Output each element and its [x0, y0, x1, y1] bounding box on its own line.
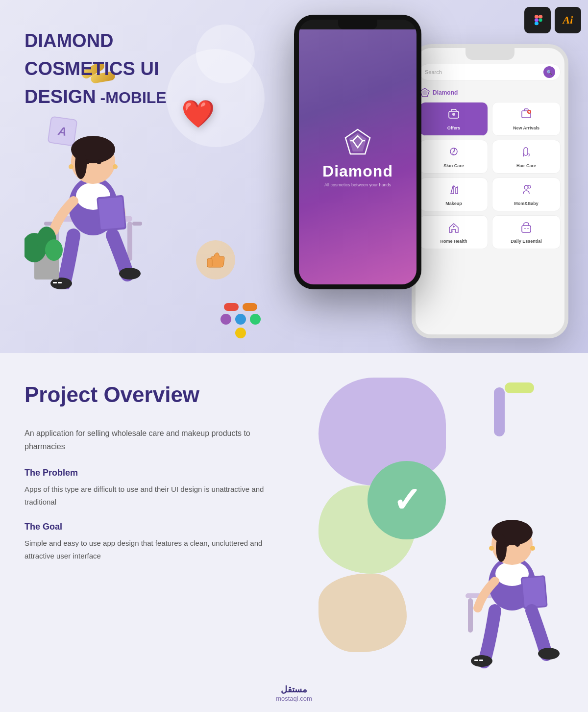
hero-section: DIAMOND COSMETICS UI DESIGN -MOBILE A [0, 0, 588, 353]
svg-point-4 [539, 19, 542, 22]
goal-heading: The Goal [24, 522, 270, 532]
svg-point-52 [504, 542, 509, 547]
dot-purple [220, 314, 231, 325]
daily-essential-icon [495, 221, 557, 237]
figma-decorations [220, 303, 261, 338]
svg-rect-7 [127, 222, 132, 261]
puzzle-blob-3 [318, 574, 407, 652]
check-circle: ✓ [368, 461, 446, 539]
svg-rect-29 [207, 258, 212, 267]
categories-grid: Offers New Arrivals Skin Car [419, 102, 561, 249]
vert-bar [494, 387, 505, 436]
toolbar: Ai [524, 7, 581, 33]
svg-rect-1 [535, 19, 539, 22]
makeup-icon [423, 183, 485, 199]
dot-green [250, 314, 261, 325]
problem-heading: The Problem [24, 468, 270, 478]
small-bar [505, 382, 534, 393]
svg-rect-38 [524, 148, 528, 155]
svg-rect-20 [98, 197, 124, 229]
svg-point-53 [515, 542, 520, 547]
character-left [24, 78, 162, 289]
svg-rect-0 [535, 15, 539, 19]
skin-care-icon [423, 145, 485, 161]
phone-front-notch [338, 20, 377, 29]
svg-point-14 [75, 150, 87, 179]
overview-section: Project Overview An application for sell… [0, 353, 588, 712]
svg-point-22 [119, 268, 141, 280]
svg-rect-57 [522, 577, 546, 608]
character-right [451, 485, 573, 672]
ai-icon[interactable]: Ai [555, 7, 581, 33]
footer-watermark: مستقل mostaqi.com [276, 684, 312, 702]
phones-container: Search 🔍 Diamond Offers [294, 15, 568, 348]
hair-care-icon [495, 145, 557, 161]
svg-rect-9 [132, 222, 142, 226]
svg-rect-60 [474, 660, 478, 661]
svg-rect-24 [58, 282, 62, 283]
phone-front: Diamond All cosmetics between your hands [294, 15, 421, 289]
svg-point-37 [453, 151, 455, 153]
dot-yellow [235, 328, 246, 338]
category-offers[interactable]: Offers [419, 102, 488, 136]
heart-decoration: ❤️ [181, 98, 215, 130]
svg-rect-41 [522, 226, 531, 232]
dot-blue [235, 314, 246, 325]
category-new-arrivals[interactable]: New Arrivals [492, 102, 561, 136]
category-daily-essential[interactable]: Daily Essential [492, 215, 561, 249]
mom-baby-icon [495, 183, 557, 199]
category-home-health[interactable]: Home Health [419, 215, 488, 249]
svg-point-28 [45, 239, 63, 261]
deco-blob-2 [196, 25, 255, 83]
overview-left: An application for selling wholesale car… [24, 427, 270, 576]
svg-rect-3 [539, 15, 542, 19]
search-bar[interactable]: Search 🔍 [419, 64, 561, 80]
overview-right: ✓ [318, 378, 573, 672]
offers-icon [423, 107, 485, 124]
category-hair-care[interactable]: Hair Care [492, 140, 561, 174]
category-mom-baby[interactable]: Mom&Baby [492, 178, 561, 211]
diamond-logo-svg [343, 127, 372, 156]
overview-description: An application for selling wholesale car… [24, 427, 270, 453]
svg-point-51 [496, 534, 507, 562]
phone-back-notch [466, 48, 514, 60]
pill-orange [243, 303, 257, 311]
logo-row: Diamond [419, 85, 561, 102]
svg-rect-61 [479, 660, 483, 661]
goal-text: Simple and easy to use app design that f… [24, 537, 270, 562]
svg-point-59 [538, 648, 560, 660]
home-health-icon [423, 221, 485, 237]
hero-title: DIAMOND COSMETICS UI DESIGN -MOBILE [24, 25, 167, 109]
svg-point-55 [530, 546, 535, 551]
phone-back: Search 🔍 Diamond Offers [412, 44, 568, 338]
new-arrivals-icon [495, 107, 557, 124]
pill-red [224, 303, 239, 311]
svg-point-18 [113, 164, 118, 169]
svg-point-16 [97, 159, 101, 164]
svg-point-54 [489, 546, 494, 551]
figma-icon[interactable] [524, 7, 551, 33]
svg-rect-2 [535, 22, 539, 25]
svg-marker-31 [422, 90, 428, 95]
svg-rect-45 [468, 598, 473, 633]
category-skin-care[interactable]: Skin Care [419, 140, 488, 174]
search-button[interactable]: 🔍 [543, 66, 555, 78]
svg-point-17 [69, 164, 74, 169]
thumb-decoration [196, 240, 235, 280]
svg-rect-23 [53, 282, 57, 283]
puzzle-container: ✓ [318, 378, 573, 672]
category-makeup[interactable]: Makeup [419, 178, 488, 211]
svg-point-33 [452, 113, 455, 116]
problem-text: Apps of this type are difficult to use a… [24, 483, 270, 508]
svg-point-15 [85, 159, 90, 164]
